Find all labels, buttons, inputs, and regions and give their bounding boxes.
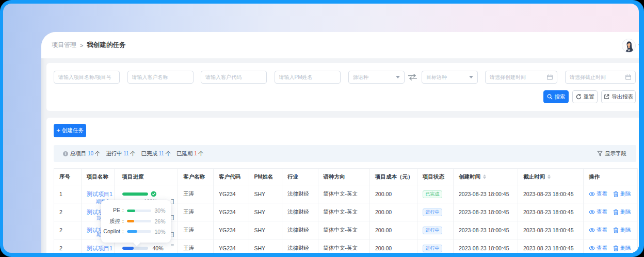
show-fields-button[interactable]: 显示字段 — [597, 150, 626, 157]
cell-client: 王涛 — [178, 185, 214, 203]
status-badge: 进行中 — [423, 208, 442, 216]
cell-pm: SHY — [249, 221, 282, 239]
client-code-field[interactable] — [205, 74, 262, 80]
pe-progress-bar — [127, 210, 136, 212]
cell-index: 2 — [54, 221, 82, 239]
project-name-input[interactable] — [54, 71, 120, 84]
cell-created: 2023-08-23 18:00:45 — [454, 239, 518, 253]
create-task-button[interactable]: + 创建任务 — [54, 124, 86, 137]
eye-icon — [589, 191, 595, 197]
tooltip-row-qc: 质控： 26% — [101, 216, 165, 226]
stat-unit: 个 — [198, 150, 204, 157]
cell-client: 王涛 — [178, 239, 214, 253]
tooltip-row-copilot: Copilot： 10% — [101, 227, 165, 237]
header-deadline[interactable]: 截止时间 — [518, 169, 584, 185]
deadline-picker[interactable]: 请选择截止时间 — [565, 71, 636, 84]
stat-value: 1 — [194, 151, 197, 156]
target-language-select[interactable]: 目标语种 — [422, 71, 478, 84]
project-name-field[interactable] — [58, 74, 115, 80]
swap-languages-icon[interactable] — [408, 71, 418, 84]
project-link[interactable]: 测试项目1 — [87, 191, 112, 197]
reset-button[interactable]: 重置 — [572, 90, 598, 103]
trash-icon — [613, 227, 619, 233]
cell-status: 进行中 — [417, 221, 454, 239]
stat-value: 10 — [88, 151, 93, 156]
create-time-placeholder: 请选择创建时间 — [490, 74, 526, 81]
calendar-icon — [547, 74, 553, 80]
cell-lang: 简体中文-英文 — [318, 185, 370, 203]
header-lang: 语种方向 — [318, 169, 370, 185]
header-client: 客户名称 — [178, 169, 214, 185]
export-icon — [604, 94, 609, 100]
view-label: 查看 — [597, 190, 607, 198]
delete-link[interactable]: 删除 — [613, 245, 631, 252]
status-badge: 进行中 — [423, 245, 442, 252]
stat-total: 总项目 10 个 — [70, 150, 100, 157]
project-link[interactable]: 测试项目1 — [87, 245, 112, 251]
cell-client: 王涛 — [178, 203, 214, 221]
tooltip-label: Copilot： — [101, 228, 126, 235]
stat-label: 总项目 — [70, 150, 87, 157]
status-badge: 已完成 — [423, 190, 442, 198]
stat-label: 已延期 — [176, 150, 193, 157]
breadcrumb-section[interactable]: 项目管理 — [52, 41, 76, 50]
header-deadline-label: 截止时间 — [523, 173, 545, 180]
eye-icon — [589, 227, 595, 233]
cell-industry: 法律财经 — [282, 239, 318, 253]
stat-delayed: 已延期 1 个 — [176, 150, 204, 157]
view-link[interactable]: 查看 — [589, 208, 607, 216]
create-time-picker[interactable]: 请选择创建时间 — [485, 71, 557, 84]
client-code-input[interactable] — [201, 71, 267, 84]
table-header-row: 序号 项目名称 项目进度 客户名称 客户代码 PM姓名 行业 语种方向 项目成本… — [54, 169, 638, 185]
cell-pm: SHY — [249, 239, 282, 253]
delete-link[interactable]: 删除 — [613, 227, 631, 234]
stat-label: 已完成 — [141, 150, 158, 157]
status-badge: 进行中 — [423, 227, 442, 234]
app-window: 项目管理 > 我创建的任务 — [41, 32, 639, 253]
stat-completed: 已完成 11 个 — [141, 150, 171, 157]
filter-panel: 源语种 目标语种 请选择创建时间 — [46, 63, 639, 111]
cell-index: 2 — [54, 203, 82, 221]
view-link[interactable]: 查看 — [589, 227, 607, 234]
header-cost: 项目成本（元） — [370, 169, 417, 185]
user-avatar[interactable] — [622, 39, 636, 53]
progress-tooltip: PE： 30% 质控： 26% Copilot： 10% — [101, 200, 171, 243]
stat-label: 进行中 — [106, 150, 122, 157]
cell-client-code: YG234 — [214, 239, 249, 253]
view-link[interactable]: 查看 — [589, 245, 607, 252]
sort-icon[interactable] — [483, 174, 486, 179]
cell-lang: 简体中文-英文 — [318, 203, 370, 221]
stat-unit: 个 — [95, 150, 101, 157]
cell-pm: SHY — [249, 203, 282, 221]
pm-name-field[interactable] — [279, 74, 336, 80]
sort-icon[interactable] — [548, 174, 551, 179]
source-language-select[interactable]: 源语种 — [348, 71, 405, 84]
stat-value: 11 — [123, 151, 128, 156]
screenshot-stage: 项目管理 > 我创建的任务 — [0, 0, 644, 257]
stat-in-progress: 进行中 11 个 — [106, 150, 135, 157]
client-name-input[interactable] — [127, 71, 194, 84]
view-label: 查看 — [597, 227, 607, 234]
search-button[interactable]: 搜索 — [543, 90, 569, 103]
cell-index: 2 — [54, 239, 82, 253]
cell-deadline: 2023-08-23 18:00:45 — [518, 185, 584, 203]
client-name-field[interactable] — [132, 74, 189, 80]
show-fields-label: 显示字段 — [605, 150, 626, 157]
source-language-placeholder: 源语种 — [353, 74, 368, 81]
cell-status: 已完成 — [417, 185, 454, 203]
pm-name-input[interactable] — [275, 71, 341, 84]
delete-link[interactable]: 删除 — [613, 208, 631, 216]
cell-client: 王涛 — [178, 221, 214, 239]
tooltip-percent: 26% — [155, 218, 166, 224]
breadcrumb-separator: > — [80, 42, 83, 49]
view-link[interactable]: 查看 — [589, 190, 607, 198]
deadline-placeholder: 请选择截止时间 — [570, 74, 606, 81]
delete-link[interactable]: 删除 — [613, 190, 631, 198]
breadcrumb-current: 我创建的任务 — [87, 41, 125, 50]
caret-down-icon — [396, 76, 400, 78]
header-client-code: 客户代码 — [214, 169, 249, 185]
export-report-button[interactable]: 导出报表 — [601, 90, 636, 103]
copilot-progress-bar — [127, 230, 138, 233]
header-created[interactable]: 创建时间 — [454, 169, 518, 185]
cell-industry: 法律财经 — [282, 221, 318, 239]
